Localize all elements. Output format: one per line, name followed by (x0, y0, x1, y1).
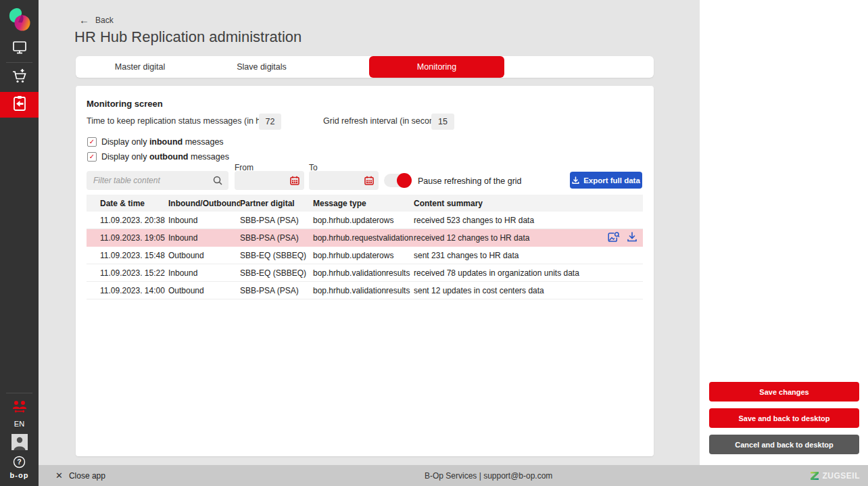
cell-partner: SBB-PSA (PSA) (240, 286, 313, 295)
monitoring-panel: Monitoring screen Time to keep replicati… (76, 86, 654, 456)
cell-direction: Inbound (168, 233, 240, 243)
clipboard-return-icon (11, 95, 28, 115)
sidebar-item-desktop[interactable] (0, 39, 39, 58)
sidebar-divider (6, 393, 32, 393)
preview-icon[interactable] (607, 231, 620, 244)
cell-partner: SBB-PSA (PSA) (240, 216, 313, 225)
cell-type: bop.hrhub.updaterows (313, 216, 414, 225)
col-direction[interactable]: Inbound/Outbound (168, 199, 240, 208)
col-date[interactable]: Date & time (100, 199, 168, 208)
download-icon (572, 176, 579, 185)
checkbox-checked-icon: ✓ (87, 152, 97, 162)
table-row[interactable]: 11.09.2023. 15:48 Outbound SBB-EQ (SBBEQ… (87, 247, 643, 264)
cancel-and-back-button[interactable]: Cancel and back to desktop (709, 435, 859, 454)
col-summary[interactable]: Content summary (414, 199, 643, 208)
checkbox-checked-icon: ✓ (87, 137, 97, 147)
main-area: ← Back HR Hub Replication administration… (39, 0, 700, 465)
app-window: EN ? b-op ← Back HR (0, 0, 868, 486)
checkbox-inbound-label: Display only inbound messages (101, 137, 224, 147)
cell-direction: Outbound (168, 286, 240, 295)
help-icon: ? (13, 456, 26, 471)
panel-title: Monitoring screen (87, 99, 163, 109)
save-and-back-button[interactable]: Save and back to desktop (709, 408, 859, 428)
sidebar-item-replication-active[interactable] (0, 92, 39, 118)
keep-messages-label: Time to keep replication status messages… (87, 116, 280, 126)
search-icon[interactable] (212, 175, 223, 189)
tab-bar: Master digital Slave digitals Monitoring (76, 56, 654, 78)
calendar-icon[interactable] (290, 176, 299, 188)
to-date-input[interactable] (309, 171, 379, 190)
tab-slave-digitals[interactable]: Slave digitals (197, 56, 326, 78)
sidebar-item-help[interactable]: ? (0, 456, 39, 470)
col-partner[interactable]: Partner digital (240, 199, 313, 208)
tab-monitoring[interactable]: Monitoring (369, 56, 504, 78)
sidebar-item-user-switch[interactable] (0, 401, 39, 416)
cell-partner: SBB-PSA (PSA) (240, 233, 313, 243)
checkbox-outbound[interactable]: ✓ Display only outbound messages (87, 152, 229, 162)
messages-table: Date & time Inbound/Outbound Partner dig… (87, 195, 643, 299)
sidebar-item-profile[interactable] (0, 435, 39, 452)
row-actions (607, 231, 637, 244)
back-label: Back (95, 16, 114, 25)
cell-direction: Outbound (168, 251, 240, 260)
cell-type: bop.hrhub.validationresults (313, 286, 414, 295)
sidebar-item-cart[interactable] (0, 67, 39, 89)
back-arrow-icon: ← (79, 14, 89, 26)
table-row[interactable]: 11.09.2023. 14:00 Outbound SBB-PSA (PSA)… (87, 282, 643, 299)
keep-messages-value[interactable]: 72 (259, 114, 281, 130)
cell-date: 11.09.2023. 20:38 (100, 216, 168, 225)
action-panel: Save changes Save and back to desktop Ca… (700, 0, 868, 465)
export-label: Export full data (583, 176, 640, 185)
cell-partner: SBB-EQ (SBBEQ) (240, 251, 313, 260)
zugseil-z-icon (810, 470, 819, 481)
from-date-input[interactable] (235, 171, 304, 190)
cart-add-icon (11, 68, 28, 88)
toggle-knob-icon (397, 173, 412, 188)
refresh-interval-value[interactable]: 15 (431, 114, 454, 130)
cell-summary: received 523 changes to HR data (414, 216, 643, 225)
calendar-icon[interactable] (364, 176, 374, 188)
cell-date: 11.09.2023. 15:22 (100, 268, 168, 278)
sidebar-divider (6, 62, 32, 63)
table-row[interactable]: 11.09.2023. 20:38 Inbound SBB-PSA (PSA) … (87, 212, 643, 229)
footer-bar: ✕ Close app B-Op Services | support@b-op… (39, 465, 868, 486)
back-button[interactable]: ← Back (79, 14, 114, 26)
cell-date: 11.09.2023. 19:05 (100, 233, 168, 243)
pause-toggle[interactable] (384, 174, 411, 187)
table-row-selected[interactable]: 11.09.2023. 19:05 Inbound SBB-PSA (PSA) … (87, 229, 643, 247)
filter-field (87, 171, 228, 190)
app-logo-icon[interactable] (7, 7, 32, 33)
cell-type: bop.hrhub.updaterows (313, 251, 414, 260)
footer-services-text: B-Op Services | support@b-op.com (425, 465, 552, 486)
tab-master-digital[interactable]: Master digital (76, 56, 204, 78)
checkbox-outbound-label: Display only outbound messages (101, 152, 229, 162)
save-changes-button[interactable]: Save changes (709, 382, 859, 402)
cell-type: bop.hrhub.requestvalidation (313, 233, 414, 243)
desktop-icon (11, 39, 28, 58)
zugseil-logo: ZUGSEIL (810, 465, 860, 486)
table-row[interactable]: 11.09.2023. 15:22 Inbound SBB-EQ (SBBEQ)… (87, 264, 643, 282)
cell-summary: sent 12 updates in cost centers data (414, 286, 643, 295)
close-app-button[interactable]: ✕ Close app (55, 465, 105, 486)
cell-summary: received 78 updates in organization unit… (414, 268, 643, 278)
cell-partner: SBB-EQ (SBBEQ) (240, 268, 313, 278)
bop-logo: b-op (0, 471, 39, 479)
col-type[interactable]: Message type (313, 199, 414, 208)
user-switch-icon (11, 400, 28, 416)
checkbox-inbound[interactable]: ✓ Display only inbound messages (87, 137, 224, 147)
export-full-data-button[interactable]: Export full data (570, 172, 642, 189)
filter-input[interactable] (87, 171, 228, 190)
page-title: HR Hub Replication administration (74, 28, 302, 46)
sidebar: EN ? b-op (0, 0, 39, 486)
refresh-interval-label: Grid refresh interval (in seconds) (323, 116, 445, 126)
avatar (11, 434, 28, 453)
cell-date: 11.09.2023. 14:00 (100, 286, 168, 295)
svg-text:?: ? (17, 458, 21, 466)
language-selector[interactable]: EN (0, 420, 39, 428)
cell-type: bop.hrhub.validationresults (313, 268, 414, 278)
cell-date: 11.09.2023. 15:48 (100, 251, 168, 260)
cell-direction: Inbound (168, 268, 240, 278)
download-icon[interactable] (627, 231, 637, 244)
table-header[interactable]: Date & time Inbound/Outbound Partner dig… (87, 195, 643, 212)
zugseil-label: ZUGSEIL (822, 471, 860, 481)
